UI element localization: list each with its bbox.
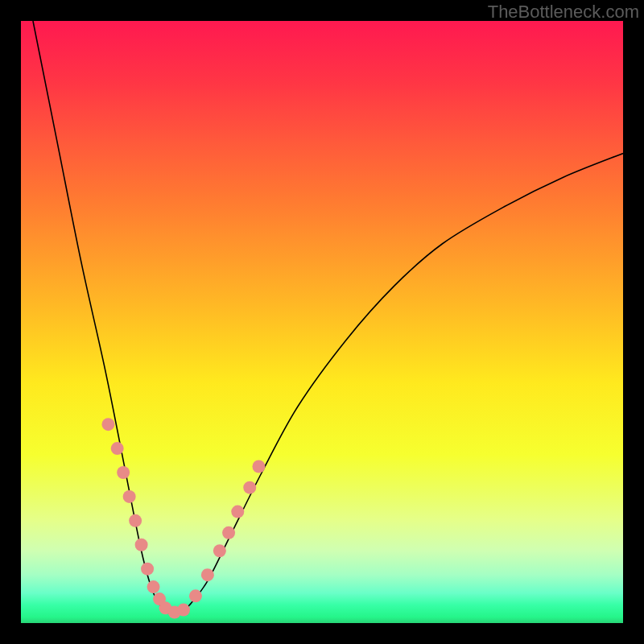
bottleneck-curve (33, 21, 623, 614)
data-point (177, 604, 190, 617)
data-point (141, 563, 154, 576)
data-point (201, 568, 214, 581)
chart-svg (21, 21, 623, 623)
plot-area (21, 21, 623, 623)
data-point (123, 490, 136, 503)
data-points-group (101, 418, 265, 618)
data-point (129, 514, 142, 527)
data-point (252, 460, 265, 473)
chart-container: TheBottleneck.com (0, 0, 644, 644)
data-point (117, 466, 130, 479)
data-point (111, 442, 124, 455)
watermark-label: TheBottleneck.com (488, 2, 639, 23)
data-point (231, 506, 244, 518)
data-point (213, 544, 226, 557)
data-point (101, 418, 114, 431)
data-point (135, 539, 148, 551)
data-point (243, 481, 256, 494)
data-point (222, 526, 235, 539)
data-point (147, 580, 160, 593)
data-point (189, 589, 202, 602)
